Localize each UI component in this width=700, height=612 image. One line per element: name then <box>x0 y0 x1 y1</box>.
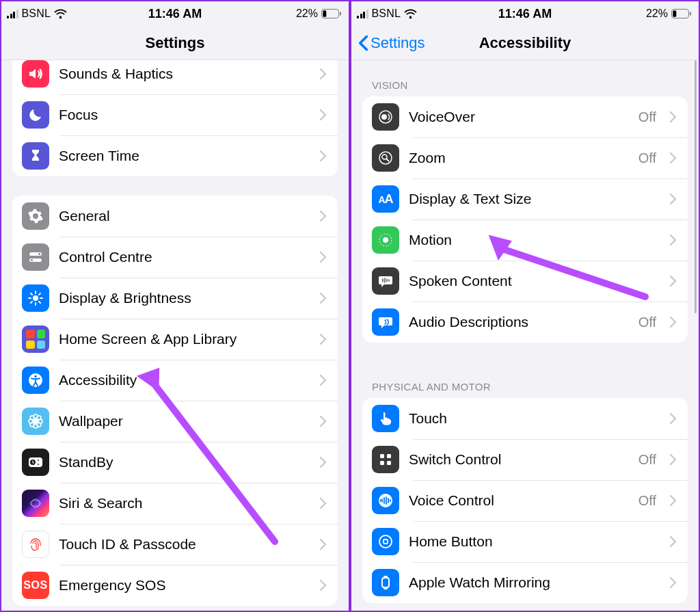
zoom-icon <box>372 144 399 172</box>
row-label: StandBy <box>59 454 310 470</box>
settings-group-2: General Control Centre Display & Brightn… <box>12 196 338 606</box>
row-text-size[interactable]: AA Display & Text Size <box>362 178 688 219</box>
scrollbar[interactable] <box>695 60 697 313</box>
chevron-right-icon <box>320 252 327 263</box>
row-emergency-sos[interactable]: SOS Emergency SOS <box>12 565 338 606</box>
chevron-right-icon <box>320 334 327 345</box>
row-label: Zoom <box>409 150 629 166</box>
page-title: Accessibility <box>479 34 571 52</box>
chevron-right-icon <box>670 235 677 245</box>
chevron-right-icon <box>670 495 677 506</box>
nav-accessibility: Settings Accessibility <box>351 26 699 60</box>
general-icon <box>22 202 49 230</box>
row-label: Control Centre <box>59 249 310 265</box>
row-audio-descriptions[interactable]: Audio Descriptions Off <box>362 302 688 343</box>
row-screen-time[interactable]: Screen Time <box>12 135 338 176</box>
row-standby[interactable]: StandBy <box>12 442 338 483</box>
phone-right-accessibility: BSNL 11:46 AM 22% Settings Accessibility… <box>350 0 700 612</box>
section-header-vision: Vision <box>351 60 699 96</box>
row-label: Home Button <box>409 533 660 550</box>
row-label: Audio Descriptions <box>409 314 629 330</box>
status-bar: BSNL 11:46 AM 22% <box>1 1 349 26</box>
row-label: Siri & Search <box>59 495 310 511</box>
chevron-right-icon <box>670 454 677 465</box>
row-watch-mirroring[interactable]: Apple Watch Mirroring <box>362 562 688 603</box>
row-label: Display & Brightness <box>59 290 310 306</box>
chevron-right-icon <box>320 375 327 386</box>
back-label: Settings <box>371 34 425 52</box>
row-touch[interactable]: Touch <box>362 398 688 439</box>
row-general[interactable]: General <box>12 196 338 237</box>
audio-descriptions-icon <box>372 308 399 336</box>
chevron-right-icon <box>320 539 327 550</box>
switch-control-icon <box>372 446 399 473</box>
sounds-icon <box>22 60 49 88</box>
voiceover-icon <box>372 103 399 131</box>
chevron-right-icon <box>320 211 327 222</box>
row-label: Voice Control <box>409 492 629 509</box>
voice-control-icon <box>372 487 399 514</box>
chevron-right-icon <box>320 68 327 79</box>
sos-icon: SOS <box>22 572 49 599</box>
row-label: Spoken Content <box>409 273 660 289</box>
row-value: Off <box>638 452 656 468</box>
chevron-right-icon <box>320 293 327 304</box>
vision-group: VoiceOver Off Zoom Off AA Display & Text… <box>362 96 688 343</box>
row-voiceover[interactable]: VoiceOver Off <box>362 96 688 137</box>
chevron-right-icon <box>320 457 327 468</box>
chevron-right-icon <box>320 150 327 161</box>
row-label: Touch <box>409 410 660 427</box>
section-header-motor: Physical and Motor <box>351 362 699 398</box>
row-home-button[interactable]: Home Button <box>362 521 688 562</box>
row-motion[interactable]: Motion <box>362 219 688 261</box>
chevron-right-icon <box>320 416 327 427</box>
chevron-right-icon <box>670 276 677 287</box>
nav-settings: Settings <box>1 26 349 60</box>
row-switch-control[interactable]: Switch Control Off <box>362 439 688 480</box>
chevron-right-icon <box>320 498 327 509</box>
row-display-brightness[interactable]: Display & Brightness <box>12 278 338 319</box>
chevron-right-icon <box>670 317 677 328</box>
row-touch-id[interactable]: Touch ID & Passcode <box>12 524 338 565</box>
row-label: Focus <box>59 107 310 123</box>
row-home-screen[interactable]: Home Screen & App Library <box>12 319 338 360</box>
row-control-centre[interactable]: Control Centre <box>12 237 338 278</box>
siri-icon <box>22 490 49 517</box>
row-value: Off <box>638 150 656 166</box>
row-focus[interactable]: Focus <box>12 94 338 135</box>
row-label: Apple Watch Mirroring <box>409 574 660 591</box>
wallpaper-icon <box>22 408 49 435</box>
chevron-right-icon <box>320 109 327 120</box>
accessibility-scroll[interactable]: Vision VoiceOver Off Zoom Off AA Display… <box>351 60 699 611</box>
row-accessibility[interactable]: Accessibility <box>12 360 338 401</box>
row-label: Motion <box>409 232 660 248</box>
home-screen-icon <box>22 325 49 353</box>
settings-scroll[interactable]: Sounds & Haptics Focus Screen Time Gener… <box>1 60 349 611</box>
status-time: 11:46 AM <box>1 7 349 21</box>
row-voice-control[interactable]: Voice Control Off <box>362 480 688 521</box>
chevron-right-icon <box>670 194 677 204</box>
home-button-icon <box>372 528 399 555</box>
row-siri[interactable]: Siri & Search <box>12 483 338 524</box>
row-wallpaper[interactable]: Wallpaper <box>12 401 338 442</box>
spoken-content-icon <box>372 267 399 295</box>
back-button[interactable]: Settings <box>358 26 425 59</box>
focus-icon <box>22 101 49 129</box>
row-label: VoiceOver <box>409 109 629 125</box>
row-zoom[interactable]: Zoom Off <box>362 137 688 178</box>
motion-icon <box>372 226 399 254</box>
row-spoken-content[interactable]: Spoken Content <box>362 261 688 302</box>
row-label: Wallpaper <box>59 413 310 429</box>
standby-icon <box>22 449 49 476</box>
row-value: Off <box>638 493 656 509</box>
row-sounds[interactable]: Sounds & Haptics <box>12 60 338 94</box>
row-label: Sounds & Haptics <box>59 66 310 82</box>
row-label: Switch Control <box>409 451 629 468</box>
chevron-right-icon <box>670 152 677 163</box>
status-time: 11:46 AM <box>351 7 699 21</box>
chevron-right-icon <box>670 111 677 122</box>
row-label: Display & Text Size <box>409 191 660 207</box>
status-bar: BSNL 11:46 AM 22% <box>351 1 699 26</box>
text-size-icon: AA <box>372 185 399 213</box>
touch-id-icon <box>22 531 49 558</box>
